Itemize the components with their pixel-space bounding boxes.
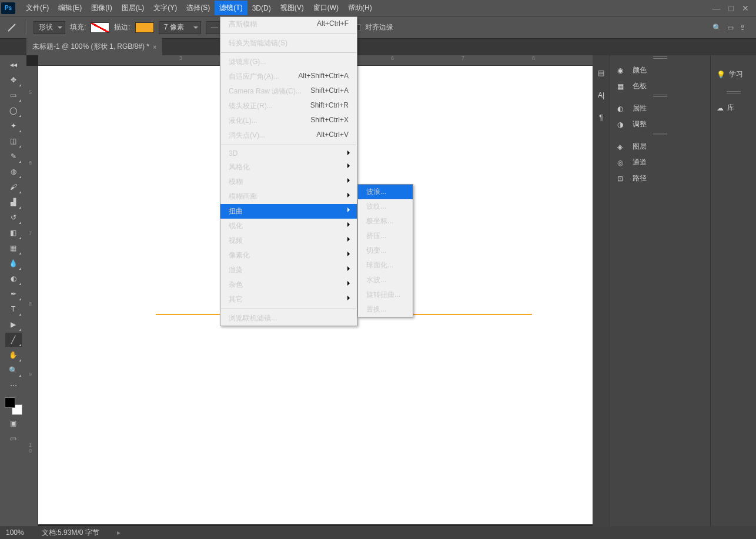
- distort-displace[interactable]: 置换...: [358, 302, 413, 317]
- filter-blur[interactable]: 模糊: [220, 175, 357, 189]
- zoom-tool[interactable]: 🔍: [5, 363, 22, 377]
- distort-shear[interactable]: 切变...: [358, 243, 413, 258]
- channels-icon: ◎: [617, 159, 628, 167]
- path-select-tool[interactable]: ▶: [5, 317, 22, 332]
- magic-wand-tool[interactable]: ✦: [5, 119, 22, 133]
- workspace-icon[interactable]: ▭: [727, 24, 734, 32]
- distort-wave[interactable]: 波浪...: [358, 185, 413, 199]
- char-panel-icon[interactable]: A|: [596, 89, 607, 101]
- distort-ripple[interactable]: 波纹...: [358, 199, 413, 214]
- filter-lens[interactable]: 镜头校正(R)...Shift+Ctrl+R: [220, 99, 357, 113]
- filter-distort[interactable]: 扭曲: [220, 204, 357, 219]
- maximize-button[interactable]: □: [729, 4, 734, 13]
- panel-layers[interactable]: ◈图层: [611, 139, 709, 155]
- tool-preset-icon[interactable]: [5, 21, 19, 35]
- panel-learn[interactable]: 💡学习: [711, 66, 756, 83]
- edit-toolbar[interactable]: ⋯: [5, 379, 22, 393]
- distort-spherize[interactable]: 球面化...: [358, 258, 413, 273]
- panel-grip[interactable]: [611, 133, 709, 139]
- close-button[interactable]: ✕: [742, 4, 749, 13]
- panel-libraries[interactable]: ☁库: [711, 99, 756, 116]
- filter-adaptive[interactable]: 自适应广角(A)...Alt+Shift+Ctrl+A: [220, 69, 357, 84]
- history-brush-tool[interactable]: ↺: [5, 210, 22, 225]
- search-icon[interactable]: 🔍: [712, 24, 721, 32]
- document-tab[interactable]: 未标题-1 @ 100% (形状 1, RGB/8#) * ×: [26, 38, 162, 55]
- filter-liquify[interactable]: 液化(L)...Shift+Ctrl+X: [220, 113, 357, 128]
- menu-help[interactable]: 帮助(H): [343, 1, 377, 15]
- eraser-tool[interactable]: ◧: [5, 226, 22, 240]
- menu-layer[interactable]: 图层(L): [117, 1, 149, 15]
- panel-swatches[interactable]: ▦色板: [611, 78, 709, 94]
- fill-swatch[interactable]: [91, 22, 109, 33]
- quickmask-tool[interactable]: ▣: [5, 416, 22, 430]
- filter-gallery[interactable]: 滤镜库(G)...: [220, 55, 357, 69]
- filter-blur-gallery[interactable]: 模糊画廊: [220, 189, 357, 204]
- menu-3d[interactable]: 3D(D): [247, 2, 276, 15]
- menu-window[interactable]: 窗口(W): [309, 1, 343, 15]
- menu-select[interactable]: 选择(S): [182, 1, 215, 15]
- panel-paths[interactable]: ⊡路径: [611, 170, 709, 186]
- marquee-tool[interactable]: ▭: [5, 88, 22, 102]
- move-tool[interactable]: ✥: [5, 73, 22, 87]
- align-edges-label: 对齐边缘: [365, 22, 393, 32]
- para-panel-icon[interactable]: ¶: [596, 112, 607, 123]
- filter-convert-smart[interactable]: 转换为智能滤镜(S): [220, 36, 357, 51]
- shape-mode-select[interactable]: 形状: [34, 21, 65, 34]
- filter-pixelate[interactable]: 像素化: [220, 248, 357, 263]
- distort-twirl[interactable]: 旋转扭曲...: [358, 287, 413, 302]
- collapse-icon[interactable]: ◂◂: [5, 58, 22, 72]
- line-tool[interactable]: ╱: [5, 333, 22, 347]
- type-tool[interactable]: T: [5, 302, 22, 316]
- gradient-tool[interactable]: ▦: [5, 241, 22, 255]
- panel-color[interactable]: ◉颜色: [611, 62, 709, 78]
- distort-zigzag[interactable]: 水波...: [358, 273, 413, 287]
- adjustments-icon: ◑: [617, 120, 628, 129]
- panel-properties[interactable]: ◐属性: [611, 101, 709, 116]
- brush-tool[interactable]: 🖌: [5, 180, 22, 194]
- minimize-button[interactable]: —: [712, 4, 721, 13]
- zoom-level[interactable]: 100%: [6, 528, 24, 537]
- color-swatches[interactable]: [5, 397, 22, 415]
- filter-noise[interactable]: 杂色: [220, 277, 357, 292]
- menu-view[interactable]: 视图(V): [276, 1, 309, 15]
- history-panel-icon[interactable]: ▤: [596, 67, 607, 79]
- pen-tool[interactable]: ✒: [5, 287, 22, 301]
- doc-info[interactable]: 文档:5.93M/0 字节: [42, 528, 99, 538]
- filter-camera-raw[interactable]: Camera Raw 滤镜(C)...Shift+Ctrl+A: [220, 84, 357, 99]
- panel-grip[interactable]: [611, 56, 709, 62]
- filter-3d[interactable]: 3D: [220, 147, 357, 160]
- panel-channels[interactable]: ◎通道: [611, 155, 709, 170]
- filter-vanish[interactable]: 消失点(V)...Alt+Ctrl+V: [220, 128, 357, 143]
- stroke-swatch[interactable]: [135, 22, 154, 33]
- learn-icon: 💡: [717, 71, 725, 79]
- menu-file[interactable]: 文件(F): [21, 1, 53, 15]
- blur-tool[interactable]: 💧: [5, 256, 22, 270]
- menu-type[interactable]: 文字(Y): [149, 1, 182, 15]
- filter-other[interactable]: 其它: [220, 292, 357, 307]
- filter-render[interactable]: 渲染: [220, 263, 357, 277]
- lasso-tool[interactable]: ◯: [5, 103, 22, 118]
- filter-stylize[interactable]: 风格化: [220, 160, 357, 175]
- share-icon[interactable]: ⇪: [740, 24, 745, 32]
- eyedropper-tool[interactable]: ✎: [5, 149, 22, 163]
- filter-sharpen[interactable]: 锐化: [220, 219, 357, 233]
- panel-adjustments[interactable]: ◑调整: [611, 116, 709, 132]
- filter-browse-online[interactable]: 浏览联机滤镜...: [220, 311, 357, 326]
- tab-close-icon[interactable]: ×: [153, 43, 156, 51]
- filter-last[interactable]: 高斯模糊Alt+Ctrl+F: [220, 17, 357, 32]
- distort-polar[interactable]: 极坐标...: [358, 214, 413, 229]
- distort-pinch[interactable]: 挤压...: [358, 229, 413, 243]
- menu-edit[interactable]: 编辑(E): [53, 1, 86, 15]
- healing-tool[interactable]: ◍: [5, 165, 22, 179]
- crop-tool[interactable]: ◫: [5, 134, 22, 148]
- panel-grip[interactable]: [611, 95, 709, 101]
- filter-video[interactable]: 视频: [220, 233, 357, 248]
- hand-tool[interactable]: ✋: [5, 348, 22, 362]
- dodge-tool[interactable]: ◐: [5, 272, 22, 286]
- menu-filter[interactable]: 滤镜(T): [215, 1, 247, 15]
- stroke-width-select[interactable]: 7 像素: [159, 21, 201, 34]
- menu-image[interactable]: 图像(I): [86, 1, 116, 15]
- panel-grip[interactable]: [711, 91, 756, 97]
- screenmode-tool[interactable]: ▭: [5, 431, 22, 446]
- stamp-tool[interactable]: ▟: [5, 195, 22, 209]
